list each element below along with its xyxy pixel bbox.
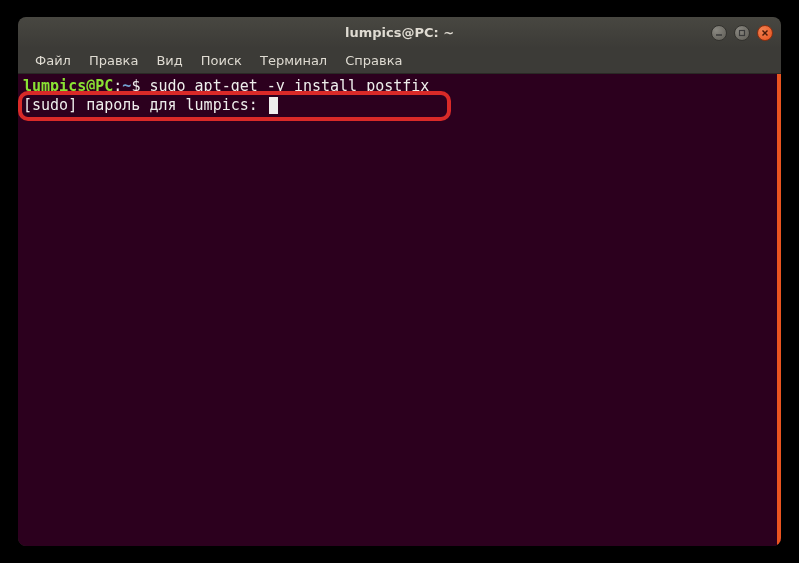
- sudo-prompt-text: [sudo] пароль для lumpics:: [23, 96, 267, 114]
- prompt-user: lumpics@PC: [23, 77, 113, 95]
- menu-edit[interactable]: Правка: [80, 49, 147, 72]
- prompt-line: lumpics@PC:~$ sudo apt-get -y install po…: [23, 77, 772, 96]
- menu-search[interactable]: Поиск: [192, 49, 251, 72]
- window-title: lumpics@PC: ~: [345, 25, 454, 40]
- menu-file[interactable]: Файл: [26, 49, 80, 72]
- menu-view[interactable]: Вид: [147, 49, 191, 72]
- close-button[interactable]: [757, 25, 773, 41]
- minimize-button[interactable]: [711, 25, 727, 41]
- prompt-colon: :: [113, 77, 122, 95]
- titlebar[interactable]: lumpics@PC: ~: [18, 17, 781, 48]
- menubar: Файл Правка Вид Поиск Терминал Справка: [18, 48, 781, 74]
- cursor-icon: [269, 97, 278, 114]
- window-controls: [711, 25, 773, 41]
- prompt-dollar: $: [131, 77, 149, 95]
- maximize-button[interactable]: [734, 25, 750, 41]
- sudo-line: [sudo] пароль для lumpics:: [23, 96, 772, 115]
- menu-terminal[interactable]: Терминал: [251, 49, 336, 72]
- svg-rect-1: [740, 30, 745, 35]
- close-icon: [761, 29, 769, 37]
- maximize-icon: [738, 29, 746, 37]
- terminal-body[interactable]: lumpics@PC:~$ sudo apt-get -y install po…: [18, 74, 781, 546]
- minimize-icon: [715, 29, 723, 37]
- terminal-window: lumpics@PC: ~ Файл Правка Вид Поиск Терм…: [18, 17, 781, 546]
- command-text: sudo apt-get -y install postfix: [149, 77, 429, 95]
- menu-help[interactable]: Справка: [336, 49, 411, 72]
